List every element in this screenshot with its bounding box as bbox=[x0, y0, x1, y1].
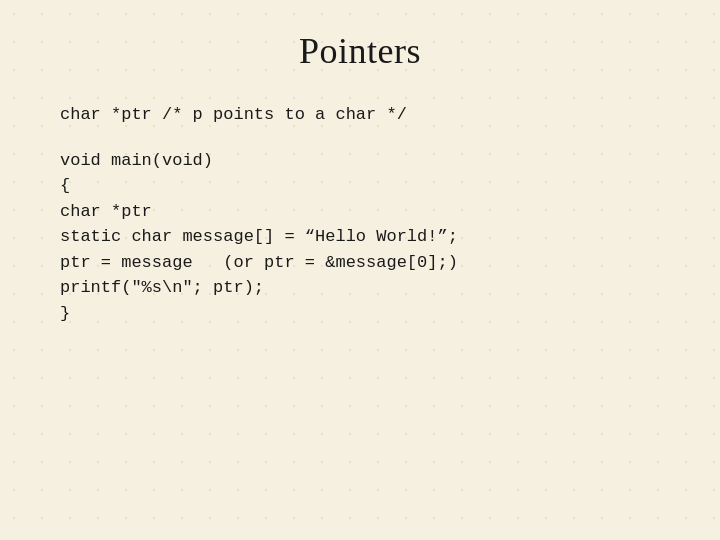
code-line-2: char *ptr bbox=[60, 199, 660, 225]
code-line-1: { bbox=[60, 173, 660, 199]
slide-container: Pointers char *ptr /* p points to a char… bbox=[0, 0, 720, 540]
code-block: void main(void){char *ptrstatic char mes… bbox=[60, 148, 660, 327]
code-line-5: printf("%s\n"; ptr); bbox=[60, 275, 660, 301]
declaration-line: char *ptr /* p points to a char */ bbox=[60, 102, 660, 128]
code-line-0: void main(void) bbox=[60, 148, 660, 174]
code-line-3: static char message[] = “Hello World!”; bbox=[60, 224, 660, 250]
code-section: char *ptr /* p points to a char */ void … bbox=[60, 102, 660, 326]
slide-title: Pointers bbox=[60, 30, 660, 72]
code-line-4: ptr = message (or ptr = &message[0];) bbox=[60, 250, 660, 276]
code-line-6: } bbox=[60, 301, 660, 327]
